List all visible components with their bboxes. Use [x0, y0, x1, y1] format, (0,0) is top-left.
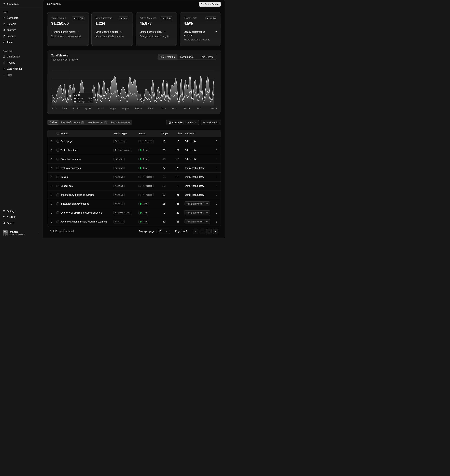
svg-text:Jun 30: Jun 30 [211, 107, 217, 110]
svg-text:Jun 8: Jun 8 [172, 107, 177, 110]
svg-text:Apr 8: Apr 8 [62, 107, 67, 110]
svg-text:Apr 2: Apr 2 [51, 107, 56, 110]
svg-text:May 12: May 12 [122, 107, 129, 110]
svg-text:May 26: May 26 [148, 107, 154, 110]
svg-text:Jun 22: Jun 22 [196, 107, 202, 110]
svg-text:May 19: May 19 [135, 107, 142, 110]
svg-text:Jun 2: Jun 2 [161, 107, 166, 110]
svg-text:Jun 15: Jun 15 [184, 107, 190, 110]
svg-text:May 5: May 5 [110, 107, 116, 110]
svg-text:Apr 14: Apr 14 [72, 107, 79, 110]
svg-text:Apr 28: Apr 28 [98, 107, 104, 110]
svg-text:Apr 21: Apr 21 [85, 107, 91, 110]
